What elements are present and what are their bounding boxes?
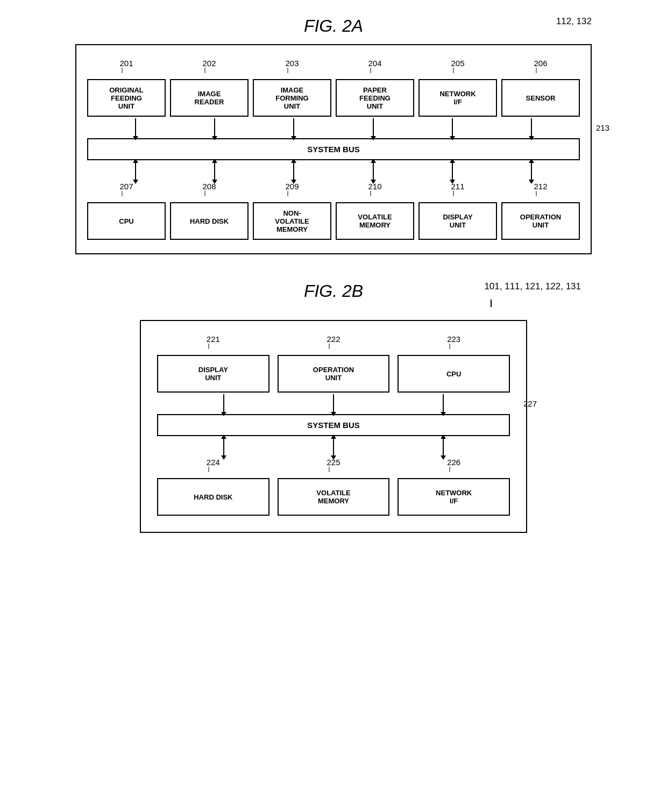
fig2b-system-bus-label: SYSTEM BUS: [307, 421, 360, 430]
arrow-both-1: [135, 162, 136, 181]
fig2b-ref-arrow: [491, 300, 495, 307]
arrow-both-2: [214, 162, 215, 181]
block-222-wrapper: 222 OPERATIONUNIT: [278, 334, 390, 393]
block-206: SENSOR: [501, 79, 580, 117]
arrow-down-3: [293, 118, 294, 137]
block-224-label: HARD DISK: [194, 493, 232, 501]
arrow-both-6: [531, 162, 532, 181]
block-222: OPERATIONUNIT: [278, 355, 390, 393]
arrow-down-4: [373, 118, 374, 137]
arrow-col-2b-b1: [173, 438, 275, 457]
arrow-down-1: [135, 118, 136, 137]
arrow-col-2: [177, 118, 252, 137]
arrow-both-3: [293, 162, 294, 181]
bus-ref-227: 227: [523, 399, 537, 408]
fig2b-bottom-blocks: 224 HARD DISK 225 VOLATILEMEMORY: [157, 458, 510, 516]
block-224-wrapper: 224 HARD DISK: [157, 458, 269, 516]
block-207: CPU: [87, 202, 166, 240]
block-201-wrapper: 201 ORIGINALFEEDINGUNIT: [87, 59, 166, 117]
arrow-col-4: [336, 118, 410, 137]
block-205-wrapper: 205 NETWORKI/F: [418, 59, 497, 117]
arrow-down-5: [452, 118, 453, 137]
arrow-2b-both-2: [333, 438, 334, 457]
block-208-label: HARD DISK: [190, 217, 229, 225]
fig2b-system-bus: SYSTEM BUS: [157, 414, 510, 436]
system-bus-label: SYSTEM BUS: [307, 145, 360, 154]
ref-210: 210: [368, 182, 381, 196]
arrow-2b-down-3: [443, 394, 444, 413]
ref-207: 207: [119, 182, 133, 196]
ref-202: 202: [202, 59, 216, 73]
arrow-col-6: [494, 118, 569, 137]
arrow-col-b4: [336, 162, 410, 181]
block-212: OPERATIONUNIT: [501, 202, 580, 240]
fig2b-top-blocks: 221 DISPLAYUNIT 222 OPERATIONUNIT: [157, 334, 510, 393]
block-202-wrapper: 202 IMAGEREADER: [170, 59, 249, 117]
block-210: VOLATILEMEMORY: [336, 202, 414, 240]
block-202-label: IMAGEREADER: [195, 90, 224, 106]
block-207-wrapper: 207 CPU: [87, 182, 166, 240]
arrow-col-2b-b2: [283, 438, 385, 457]
block-225-wrapper: 225 VOLATILEMEMORY: [278, 458, 390, 516]
ref-208: 208: [202, 182, 216, 196]
arrow-down-6: [531, 118, 532, 137]
arrow-2b-down-2: [333, 394, 334, 413]
arrow-2b-both-3: [443, 438, 444, 457]
arrows-bus-to-bottom: [87, 160, 580, 182]
fig2b-diagram: 221 DISPLAYUNIT 222 OPERATIONUNIT: [140, 320, 527, 533]
block-221-wrapper: 221 DISPLAYUNIT: [157, 334, 269, 393]
block-206-label: SENSOR: [526, 94, 556, 102]
arrow-col-b1: [98, 162, 173, 181]
block-221: DISPLAYUNIT: [157, 355, 269, 393]
ref-204: 204: [368, 59, 381, 73]
block-210-label: VOLATILEMEMORY: [358, 213, 392, 229]
block-223: CPU: [398, 355, 510, 393]
block-209-label: NON-VOLATILEMEMORY: [275, 209, 309, 233]
arrows-top-to-bus: [87, 117, 580, 138]
ref-225: 225: [327, 458, 340, 472]
arrow-col-b6: [494, 162, 569, 181]
fig2b-arrows-top: [157, 393, 510, 414]
figure-2a-container: FIG. 2A 112, 132 201 ORIGINALFEEDINGUNIT…: [22, 16, 645, 254]
block-201-label: ORIGINALFEEDINGUNIT: [109, 86, 144, 110]
ref-211: 211: [451, 182, 464, 196]
system-bus-section: SYSTEM BUS 213: [87, 138, 580, 160]
fig2b-outer: 221 DISPLAYUNIT 222 OPERATIONUNIT: [140, 309, 527, 533]
block-226-wrapper: 226 NETWORKI/F: [398, 458, 510, 516]
fig2b-bus-section: SYSTEM BUS 227: [157, 414, 510, 436]
block-225: VOLATILEMEMORY: [278, 478, 390, 516]
block-223-label: CPU: [446, 370, 461, 378]
arrow-col-1: [98, 118, 173, 137]
ref-201: 201: [119, 59, 133, 73]
arrow-col-b2: [177, 162, 252, 181]
bus-ref-213: 213: [596, 123, 609, 132]
block-222-label: OPERATIONUNIT: [313, 366, 354, 382]
block-207-label: CPU: [119, 217, 133, 225]
arrow-col-5: [415, 118, 489, 137]
block-208: HARD DISK: [170, 202, 249, 240]
fig2b-outer-ref: 101, 111, 121, 122, 131: [484, 281, 581, 292]
block-226: NETWORKI/F: [398, 478, 510, 516]
block-206-wrapper: 206 SENSOR: [501, 59, 580, 117]
arrow-col-2b-b3: [392, 438, 494, 457]
block-204: PAPERFEEDINGUNIT: [336, 79, 414, 117]
ref-205: 205: [451, 59, 464, 73]
ref-222: 222: [327, 334, 340, 349]
ref-224: 224: [207, 458, 220, 472]
ref-226: 226: [447, 458, 460, 472]
block-211-wrapper: 211 DISPLAYUNIT: [418, 182, 497, 240]
arrow-2b-both-1: [223, 438, 224, 457]
arrow-both-5: [452, 162, 453, 181]
fig2b-title: FIG. 2B: [140, 281, 527, 301]
block-212-label: OPERATIONUNIT: [520, 213, 561, 229]
arrow-col-b3: [257, 162, 331, 181]
block-204-wrapper: 204 PAPERFEEDINGUNIT: [336, 59, 414, 117]
block-210-wrapper: 210 VOLATILEMEMORY: [336, 182, 414, 240]
arrow-col-2b-3: [392, 394, 494, 413]
fig2a-outer-ref: 112, 132: [556, 16, 592, 27]
block-209: NON-VOLATILEMEMORY: [253, 202, 331, 240]
block-211: DISPLAYUNIT: [418, 202, 497, 240]
fig2a-top-blocks: 201 ORIGINALFEEDINGUNIT 202 IMAGEREADER: [87, 59, 580, 117]
block-201: ORIGINALFEEDINGUNIT: [87, 79, 166, 117]
arrow-col-b5: [415, 162, 489, 181]
